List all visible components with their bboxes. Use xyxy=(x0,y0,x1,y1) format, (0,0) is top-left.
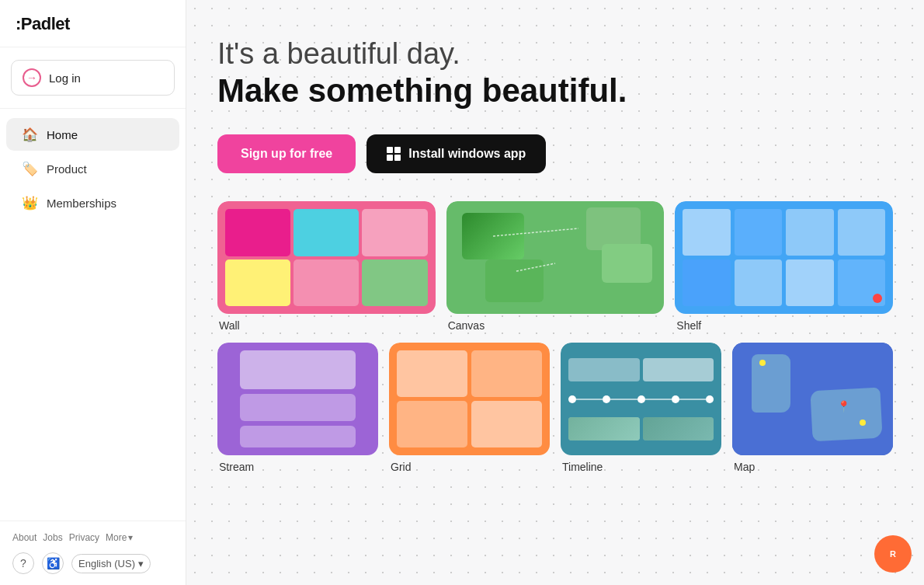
chevron-down-icon: ▾ xyxy=(138,558,144,569)
card-shelf[interactable]: Shelf xyxy=(675,201,893,332)
sidebar-item-home[interactable]: 🏠 Home xyxy=(6,118,179,151)
logo-area: :Padlet xyxy=(0,0,186,47)
revain-badge[interactable]: R xyxy=(874,535,912,573)
sidebar-item-home-label: Home xyxy=(47,128,78,141)
login-section: → Log in xyxy=(0,47,186,109)
about-link[interactable]: About xyxy=(12,532,36,543)
sidebar-footer: About Jobs Privacy More ▾ ? ♿ English (U… xyxy=(0,521,186,585)
card-stream-label: Stream xyxy=(217,461,378,473)
card-grid[interactable]: Grid xyxy=(389,343,550,473)
card-grid-label: Grid xyxy=(389,461,550,473)
more-label: More xyxy=(106,532,127,543)
card-wall-label: Wall xyxy=(217,319,436,332)
login-label: Log in xyxy=(49,71,81,85)
card-map-label: Map xyxy=(732,461,893,473)
card-timeline-label: Timeline xyxy=(561,461,721,473)
card-map-image: 📍 xyxy=(732,343,893,455)
card-canvas[interactable]: Canvas xyxy=(446,201,665,332)
revain-icon: R xyxy=(890,549,896,559)
install-button[interactable]: Install windows app xyxy=(366,134,546,173)
privacy-link[interactable]: Privacy xyxy=(69,532,99,543)
hero-line2: Make something beautiful. xyxy=(217,72,893,110)
help-icon-button[interactable]: ? xyxy=(12,552,34,574)
card-canvas-image xyxy=(446,201,665,314)
sidebar-item-product[interactable]: 🏷️ Product xyxy=(6,152,179,185)
card-timeline[interactable]: Timeline xyxy=(561,343,721,473)
chevron-down-icon: ▾ xyxy=(128,532,133,543)
card-map[interactable]: 📍 Map xyxy=(732,343,893,473)
memberships-icon: 👑 xyxy=(22,195,37,211)
card-canvas-label: Canvas xyxy=(446,319,665,332)
main-content: It's a beautiful day. Make something bea… xyxy=(186,0,924,585)
card-grid-image xyxy=(389,343,550,455)
card-stream[interactable]: Stream xyxy=(217,343,378,473)
sidebar-nav: 🏠 Home 🏷️ Product 👑 Memberships xyxy=(0,109,186,521)
sidebar-item-memberships[interactable]: 👑 Memberships xyxy=(6,186,179,219)
card-stream-image xyxy=(217,343,378,455)
cards-row-1: Wall xyxy=(217,201,893,332)
sidebar-item-memberships-label: Memberships xyxy=(47,197,116,210)
sidebar: :Padlet → Log in 🏠 Home 🏷️ Product 👑 Mem… xyxy=(0,0,186,585)
product-icon: 🏷️ xyxy=(22,161,37,176)
svg-line-0 xyxy=(493,228,578,236)
footer-links: About Jobs Privacy More ▾ xyxy=(12,532,173,543)
brand-logo: :Padlet xyxy=(16,14,70,33)
login-icon: → xyxy=(23,68,41,87)
more-button[interactable]: More ▾ xyxy=(106,532,133,543)
svg-line-1 xyxy=(516,263,555,271)
home-icon: 🏠 xyxy=(22,127,37,142)
language-selector[interactable]: English (US) ▾ xyxy=(71,554,151,573)
canvas-connections xyxy=(446,201,665,314)
windows-icon xyxy=(387,147,401,161)
cta-buttons: Sign up for free Install windows app xyxy=(217,134,893,173)
accessibility-icon-button[interactable]: ♿ xyxy=(42,552,64,574)
hero-line1: It's a beautiful day. xyxy=(217,37,893,71)
card-shelf-image xyxy=(675,201,893,314)
card-wall-image xyxy=(217,201,436,314)
sidebar-item-product-label: Product xyxy=(47,162,87,176)
card-shelf-label: Shelf xyxy=(675,319,893,332)
cards-section: Wall xyxy=(217,201,893,473)
signup-button[interactable]: Sign up for free xyxy=(217,134,356,173)
login-button[interactable]: → Log in xyxy=(11,60,175,96)
cards-row-2: Stream Grid xyxy=(217,343,893,473)
footer-bottom: ? ♿ English (US) ▾ xyxy=(12,552,173,574)
jobs-link[interactable]: Jobs xyxy=(43,532,62,543)
install-label: Install windows app xyxy=(408,147,526,161)
language-label: English (US) xyxy=(78,558,135,569)
card-wall[interactable]: Wall xyxy=(217,201,436,332)
card-timeline-image xyxy=(561,343,721,455)
